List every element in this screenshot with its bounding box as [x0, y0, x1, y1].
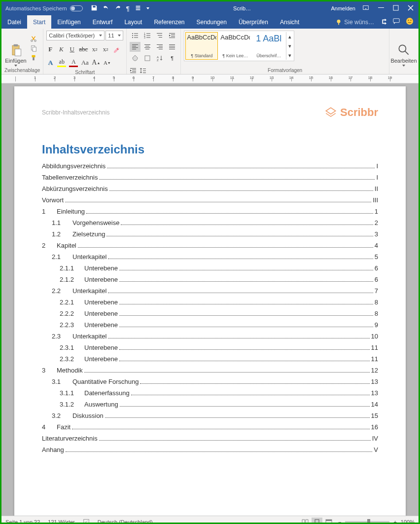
toc-entry[interactable]: 2.2.2Unterebene8: [42, 310, 378, 317]
toc-entry[interactable]: 2.2Unterkapitel7: [42, 287, 378, 295]
toc-entry[interactable]: 4Fazit16: [42, 423, 378, 431]
font-color-button[interactable]: A: [69, 58, 78, 67]
tab-sendungen[interactable]: Sendungen: [191, 15, 233, 29]
emoji-icon[interactable]: [406, 17, 414, 27]
align-center-icon[interactable]: [142, 42, 153, 52]
tab-überprüfen[interactable]: Überprüfen: [233, 15, 274, 29]
toc-entry[interactable]: 3.1Quantitative Forschung13: [42, 378, 378, 385]
qat-customize-icon[interactable]: [146, 7, 149, 9]
toc-entry[interactable]: 1.2Zielsetzung3: [42, 230, 378, 238]
copy-icon[interactable]: [30, 45, 37, 53]
page[interactable]: Scribbr-Inhaltsverzeichnis Scribbr Inhal…: [14, 86, 406, 516]
decrease-indent-icon[interactable]: [167, 31, 177, 40]
grow-font-icon[interactable]: A▲: [92, 58, 100, 67]
align-right-icon[interactable]: [154, 42, 165, 52]
share-icon[interactable]: [380, 18, 387, 26]
italic-button[interactable]: K: [57, 45, 65, 54]
gallery-more[interactable]: ▴▾▾: [286, 32, 293, 60]
cut-icon[interactable]: [30, 36, 37, 43]
multilevel-list-icon[interactable]: [154, 31, 165, 40]
sort-icon[interactable]: AZ: [154, 53, 165, 63]
borders-icon[interactable]: [142, 53, 153, 63]
toc-entry[interactable]: 2.1.1Unterebene6: [42, 264, 378, 272]
tab-entwurf[interactable]: Entwurf: [87, 15, 119, 29]
toc-entry[interactable]: VorwortIII: [42, 196, 378, 204]
align-left-icon[interactable]: [130, 42, 140, 52]
paste-button[interactable]: Einfügen: [4, 31, 27, 67]
numbering-icon[interactable]: 123: [142, 31, 153, 40]
comments-icon[interactable]: [393, 18, 400, 26]
superscript-button[interactable]: x2: [102, 45, 109, 54]
justify-icon[interactable]: [167, 42, 177, 52]
line-spacing-icon[interactable]: [140, 67, 146, 74]
toc-entry[interactable]: AnhangV: [42, 446, 378, 453]
autosave-toggle[interactable]: [70, 5, 83, 11]
toc-entry[interactable]: 2.3.1Unterebene11: [42, 344, 378, 351]
style-item[interactable]: 1 AaBlÜberschrif…: [252, 32, 285, 60]
toc-entry[interactable]: 3Methodik12: [42, 367, 378, 374]
font-name-combo[interactable]: Calibri (Textkörper): [46, 31, 105, 40]
font-size-combo[interactable]: 11: [105, 31, 123, 40]
tell-me-search[interactable]: Sie wüns…: [335, 19, 374, 26]
bullets-icon[interactable]: [130, 31, 140, 40]
clear-formatting-icon[interactable]: [112, 45, 120, 54]
tab-start[interactable]: Start: [27, 15, 51, 29]
tab-referenzen[interactable]: Referenzen: [148, 15, 190, 29]
toc-entry[interactable]: 3.1.1Datenerfassung13: [42, 389, 378, 397]
ribbon-display-icon[interactable]: [362, 4, 369, 12]
toc-entry[interactable]: 2.3.2Unterebene11: [42, 355, 378, 363]
tab-einfügen[interactable]: Einfügen: [51, 15, 86, 29]
zoom-in-icon[interactable]: +: [393, 519, 396, 524]
toc-entry[interactable]: AbkürzungsverzeichnisII: [42, 185, 378, 192]
touch-mode-icon[interactable]: [135, 4, 141, 12]
page-indicator[interactable]: Seite 1 von 22: [5, 519, 40, 524]
autosave-toggle-group[interactable]: Automatisches Speichern: [1, 5, 87, 11]
underline-button[interactable]: U: [68, 45, 76, 54]
close-icon[interactable]: [408, 5, 414, 12]
web-layout-icon[interactable]: [323, 518, 334, 524]
toc-entry[interactable]: AbbildungsverzeichnisI: [42, 162, 378, 170]
toc-entry[interactable]: 2.1.2Unterebene6: [42, 276, 378, 283]
toc-entry[interactable]: 3.1.2Auswertung14: [42, 401, 378, 408]
document-area[interactable]: Scribbr-Inhaltsverzeichnis Scribbr Inhal…: [1, 83, 419, 516]
save-icon[interactable]: [91, 4, 98, 12]
style-item[interactable]: AaBbCcDc¶ Standard: [185, 32, 218, 60]
tab-datei[interactable]: Datei: [1, 15, 27, 29]
table-of-contents[interactable]: AbbildungsverzeichnisITabellenverzeichni…: [42, 162, 378, 453]
toc-entry[interactable]: LiteraturverzeichnisIV: [42, 435, 378, 442]
maximize-icon[interactable]: [393, 5, 399, 12]
highlight-color-button[interactable]: ab: [57, 58, 66, 67]
proofing-icon[interactable]: [83, 518, 90, 524]
toc-entry[interactable]: 2.2.3Unterebene9: [42, 321, 378, 329]
word-count[interactable]: 121 Wörter: [48, 519, 74, 524]
language-indicator[interactable]: Deutsch (Deutschland): [98, 519, 153, 524]
show-marks-icon[interactable]: ¶: [167, 53, 177, 63]
read-mode-icon[interactable]: [300, 518, 311, 524]
shrink-font-icon[interactable]: A▼: [103, 58, 111, 67]
change-case-button[interactable]: Aa: [81, 58, 89, 67]
toc-entry[interactable]: 2.1Unterkapitel5: [42, 253, 378, 261]
document-title-heading[interactable]: Inhaltsverzeichnis: [42, 143, 378, 156]
text-effects-icon[interactable]: A: [46, 58, 54, 67]
toc-entry[interactable]: 2.2.1Unterebene8: [42, 299, 378, 306]
toc-entry[interactable]: 1Einleitung1: [42, 208, 378, 215]
format-painter-icon[interactable]: [30, 54, 37, 62]
find-button[interactable]: Bearbeiten: [392, 31, 415, 67]
toc-entry[interactable]: 1.1Vorgehensweise2: [42, 219, 378, 226]
undo-icon[interactable]: [103, 4, 109, 12]
minimize-icon[interactable]: [378, 5, 384, 12]
zoom-level[interactable]: 100%: [401, 519, 415, 524]
zoom-slider[interactable]: [345, 521, 389, 523]
strikethrough-button[interactable]: abc: [79, 45, 88, 54]
toc-entry[interactable]: 3.2Diskussion15: [42, 412, 378, 419]
subscript-button[interactable]: x2: [91, 45, 99, 54]
tab-layout[interactable]: Layout: [118, 15, 148, 29]
toc-entry[interactable]: 2Kapitel4: [42, 242, 378, 249]
increase-indent-icon[interactable]: [130, 67, 137, 74]
print-layout-icon[interactable]: [312, 518, 322, 524]
styles-gallery[interactable]: AaBbCcDc¶ StandardAaBbCcDc¶ Kein Lee…1 A…: [184, 31, 294, 61]
bold-button[interactable]: F: [46, 45, 54, 54]
horizontal-ruler[interactable]: 12345678910111213141516171819: [1, 75, 419, 83]
redo-icon[interactable]: [114, 4, 121, 12]
pilcrow-icon[interactable]: ¶: [126, 5, 130, 12]
